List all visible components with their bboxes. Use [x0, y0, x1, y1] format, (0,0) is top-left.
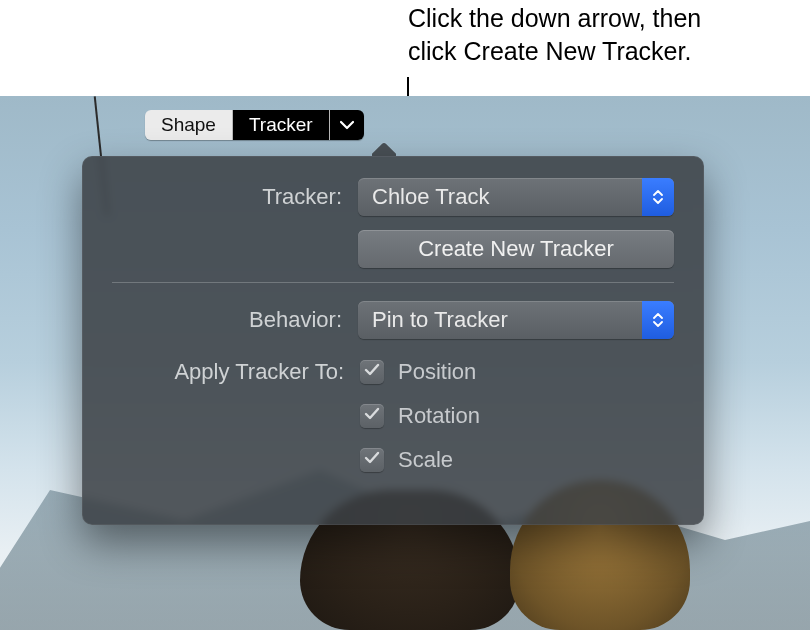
behavior-select[interactable]: Pin to Tracker [358, 301, 674, 339]
instruction-text: Click the down arrow, then click Create … [408, 2, 701, 67]
behavior-field-label: Behavior: [112, 307, 358, 333]
tracker-field-label: Tracker: [112, 184, 358, 210]
divider [112, 282, 674, 283]
scale-checkbox-label: Scale [398, 447, 453, 473]
chevron-down-icon [340, 116, 354, 134]
create-new-tracker-label: Create New Tracker [418, 236, 614, 262]
tracker-popover: Tracker: Chloe Track Create New Tracker [82, 156, 704, 525]
position-checkbox[interactable] [360, 360, 384, 384]
mode-segmented-control: Shape Tracker [145, 110, 364, 140]
behavior-select-value: Pin to Tracker [358, 307, 642, 333]
position-checkbox-label: Position [398, 359, 476, 385]
tracker-select-value: Chloe Track [358, 184, 642, 210]
stepper-icon [642, 301, 674, 339]
tracker-menu-arrow-button[interactable] [330, 110, 364, 140]
rotation-checkbox[interactable] [360, 404, 384, 428]
popover-caret [372, 140, 396, 156]
apply-tracker-to-label: Apply Tracker To: [112, 353, 360, 385]
checkmark-icon [364, 363, 380, 381]
scale-checkbox[interactable] [360, 448, 384, 472]
shape-tab-label: Shape [161, 114, 216, 136]
viewer-canvas: Shape Tracker Tracker: Chloe Track [0, 96, 810, 630]
stepper-icon [642, 178, 674, 216]
tracker-select[interactable]: Chloe Track [358, 178, 674, 216]
tracker-tab[interactable]: Tracker [233, 110, 330, 140]
checkmark-icon [364, 451, 380, 469]
checkmark-icon [364, 407, 380, 425]
instruction-annotation: Click the down arrow, then click Create … [0, 0, 810, 96]
shape-tab[interactable]: Shape [145, 110, 233, 140]
rotation-checkbox-label: Rotation [398, 403, 480, 429]
create-new-tracker-button[interactable]: Create New Tracker [358, 230, 674, 268]
tracker-tab-label: Tracker [249, 114, 313, 136]
